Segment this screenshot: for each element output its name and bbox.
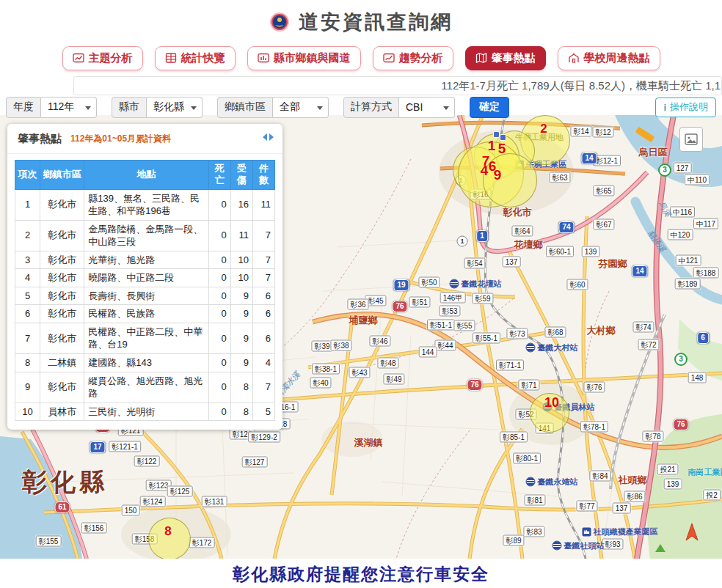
table-cell: 0 <box>208 353 230 372</box>
road-number-label: 彰40 <box>310 378 331 389</box>
hotspot-rank-number: 9 <box>494 167 502 183</box>
table-cell: 11 <box>230 220 252 251</box>
panel-title: 肇事熱點 <box>18 132 62 146</box>
road-number-label: 彰51 <box>409 297 430 308</box>
road-number-label: 彰12 <box>592 127 613 138</box>
filter-group-county: 縣市彰化縣 <box>112 97 203 118</box>
compass-north-icon[interactable] <box>684 523 700 545</box>
road-number-label: 中116 <box>670 207 695 218</box>
nav-tab-school-hotspots[interactable]: 學校周邊熱點 <box>558 46 660 70</box>
road-number-label: 彰78 <box>642 431 663 442</box>
road-number-label: 彰76 <box>583 382 605 393</box>
filter-label-county: 縣市 <box>112 97 147 118</box>
rail-station-icon <box>553 541 562 551</box>
table-cell: 0 <box>208 220 230 251</box>
table-cell: 7 <box>15 323 40 353</box>
main-nav: 主題分析統計快覽縣市鄉鎮與國道趨勢分析肇事熱點學校周邊熱點 <box>0 44 722 72</box>
district-select[interactable]: 全部 <box>273 97 329 118</box>
road-number-label: 彰65 <box>593 185 614 196</box>
table-row[interactable]: 6彰化市民權路、民族路096 <box>15 305 275 323</box>
table-cell: 0 <box>208 305 230 323</box>
year-select[interactable]: 112年 <box>41 97 97 118</box>
region-label: 埔鹽鄉 <box>349 314 378 327</box>
road-number-label: 彰53 <box>439 306 460 317</box>
hotspot-rank-number: 10 <box>544 395 559 411</box>
road-number-label: 彰46 <box>369 336 390 347</box>
table-cell: 10 <box>230 251 252 269</box>
table-cell: 1 <box>15 189 40 220</box>
road-number-label: 彰67 <box>593 219 614 230</box>
table-cell: 9 <box>15 372 40 403</box>
road-number-label: 139 <box>582 246 600 257</box>
hotspot-panel-header: 肇事熱點 112年為01~05月累計資料 <box>7 124 282 154</box>
road-number-label: 彰131 <box>202 496 227 507</box>
method-select[interactable]: CBI <box>399 97 455 118</box>
table-cell: 8 <box>230 403 252 421</box>
table-cell: 彰化市 <box>40 220 84 251</box>
selected-value: CBI <box>406 101 423 113</box>
region-label: 烏日區 <box>639 146 668 159</box>
table-row[interactable]: 7彰化市民權路、中正路二段、中華路、台19096 <box>15 323 275 353</box>
table-row[interactable]: 5彰化市長壽街、長興街096 <box>15 287 275 305</box>
map-canvas[interactable]: 彰化市花壇鄉芬園鄉大村鄉埔鹽鄉溪湖鎮烏日區社頭鄉彰14彰12彰12-1彰6512… <box>0 115 722 559</box>
table-header-row: 項次鄉鎮市區地點死亡受傷件數 <box>15 161 275 190</box>
column-header: 件數 <box>252 161 274 190</box>
table-row[interactable]: 3彰化市光華街、旭光路0107 <box>15 251 275 269</box>
collapse-panel-icon[interactable] <box>263 133 274 141</box>
table-row[interactable]: 8二林鎮建國路、縣143094 <box>15 353 275 372</box>
road-number-label: 彰80-1 <box>513 453 541 464</box>
table-cell: 員林市 <box>40 403 84 421</box>
table-cell: 16 <box>230 189 252 220</box>
road-number-label: 彰155 <box>36 536 62 547</box>
filter-label-year: 年度 <box>6 97 41 118</box>
road-number-label: 彰51-1 <box>427 320 455 331</box>
column-header: 受傷 <box>230 161 252 190</box>
confirm-button[interactable]: 確定 <box>470 97 509 118</box>
route-shield-blue: 14 <box>581 152 597 164</box>
road-number-label: 彰85-1 <box>500 432 528 443</box>
table-row[interactable]: 2彰化市金馬路陸橋、金馬路一段、中山路三段0117 <box>15 220 275 251</box>
help-button[interactable]: i 操作說明 <box>655 98 716 117</box>
road-number-label: 彰49 <box>383 374 404 385</box>
hotspot-panel: 肇事熱點 112年為01~05月累計資料 項次鄉鎮市區地點死亡受傷件數 1彰化市… <box>7 124 282 430</box>
trend-icon <box>383 52 395 64</box>
filter-group-method: 計算方式CBI <box>343 97 455 118</box>
nav-tab-trend-analysis[interactable]: 趨勢分析 <box>373 46 453 70</box>
table-cell: 7 <box>252 220 274 251</box>
county-select[interactable]: 彰化縣 <box>147 97 203 118</box>
column-header: 鄉鎮市區 <box>40 161 84 190</box>
table-row[interactable]: 10員林市三民街、光明街085 <box>15 403 275 421</box>
nav-tab-stats-overview[interactable]: 統計快覽 <box>155 46 236 70</box>
column-header: 地點 <box>84 161 208 190</box>
chevron-down-icon <box>191 106 197 110</box>
road-number-label: 中121 <box>676 255 701 266</box>
grid-icon <box>165 52 177 64</box>
nav-tab-theme-analysis[interactable]: 主題分析 <box>62 46 143 70</box>
nav-tab-county-township-national[interactable]: 縣市鄉鎮與國道 <box>247 46 361 70</box>
table-cell: 長壽街、長興街 <box>84 287 208 305</box>
hotspot-rank-number: 5 <box>498 141 506 157</box>
route-shield-green: 3 <box>658 163 671 177</box>
table-row[interactable]: 9彰化市縱貫公路、旭光西路、旭光路087 <box>15 372 275 403</box>
road-number-label: 彰14 <box>570 126 591 137</box>
table-cell: 彰化市 <box>40 287 84 305</box>
table-row[interactable]: 4彰化市曉陽路、中正路二段0107 <box>15 269 275 287</box>
poi-icon <box>500 134 506 141</box>
route-shield-blue: 19 <box>393 279 409 291</box>
road-number-label: 彰64 <box>511 226 533 237</box>
road-number-label: 彰38 <box>330 340 351 351</box>
station-label: 社頭織襪產業園區 <box>583 526 658 537</box>
road-number-label: 彰83 <box>523 526 544 537</box>
basemap-layers-button[interactable] <box>679 127 703 152</box>
road-number-label: 彰122 <box>134 456 160 467</box>
nav-tab-accident-hotspots[interactable]: 肇事熱點 <box>465 46 546 70</box>
filter-groups: 年度112年縣市彰化縣鄉鎮市區全部計算方式CBI <box>6 97 455 118</box>
table-row[interactable]: 1彰化市縣139、無名、三民路、民生路、和平路196巷01611 <box>15 189 275 220</box>
region-label: 芬園鄉 <box>599 257 627 271</box>
chevron-down-icon <box>317 106 323 110</box>
road-number-label: 彰71 <box>518 380 539 391</box>
route-shield-blue: 17 <box>90 441 105 453</box>
table-cell: 3 <box>15 251 40 269</box>
nav-tab-label: 學校周邊熱點 <box>584 51 650 65</box>
table-cell: 彰化市 <box>40 323 84 353</box>
